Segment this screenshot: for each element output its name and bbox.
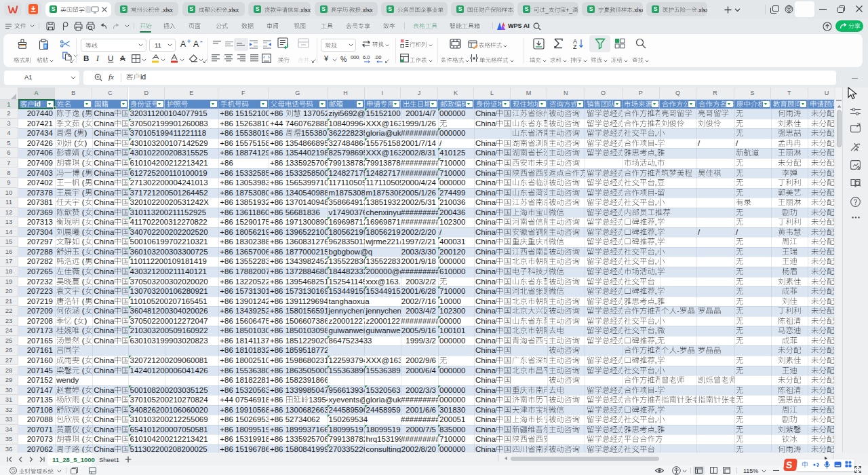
- svg-text:Z: Z: [573, 43, 577, 49]
- svg-text:.00: .00: [374, 54, 381, 60]
- svg-text:6.0: 6.0: [363, 54, 370, 60]
